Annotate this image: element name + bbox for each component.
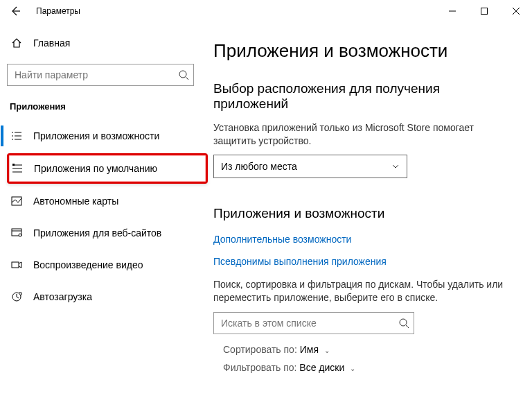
website-icon [10, 227, 24, 239]
nav-label: Приложения по умолчанию [34, 163, 157, 174]
svg-rect-2 [481, 8, 488, 15]
search-icon [178, 69, 189, 80]
nav-apps-features[interactable]: Приложения и возможности [7, 121, 208, 150]
titlebar: Параметры [0, 0, 532, 22]
minimize-icon [449, 8, 456, 15]
back-button[interactable] [6, 1, 25, 21]
apps-section-heading: Приложения и возможности [213, 206, 518, 221]
defaults-icon [10, 163, 24, 174]
home-icon [10, 37, 24, 49]
nav-label: Автономные карты [33, 196, 118, 207]
minimize-button[interactable] [436, 0, 468, 22]
filter-label: Фильтровать по: [223, 362, 296, 373]
svg-rect-16 [12, 164, 15, 166]
svg-point-25 [400, 319, 407, 326]
apps-search-box[interactable] [213, 312, 414, 334]
apps-search-input[interactable] [221, 318, 398, 329]
close-icon [513, 8, 520, 15]
install-source-heading: Выбор расположения для получения приложе… [213, 81, 518, 112]
page-title: Приложения и возможности [213, 40, 518, 62]
section-label: Приложения [7, 98, 208, 121]
nav-web-apps[interactable]: Приложения для веб-сайтов [7, 218, 208, 248]
list-icon [10, 130, 24, 141]
svg-rect-21 [12, 262, 19, 268]
sort-label: Сортировать по: [223, 344, 297, 355]
video-icon [10, 259, 24, 270]
maximize-button[interactable] [468, 0, 500, 22]
filter-by-control[interactable]: Фильтровать по: Все диски ⌄ [213, 361, 518, 379]
close-button[interactable] [500, 0, 532, 22]
nav-label: Воспроизведение видео [33, 259, 143, 270]
nav-startup[interactable]: Автозагрузка [7, 282, 208, 311]
nav-label: Приложения для веб-сайтов [33, 227, 161, 239]
search-input[interactable] [15, 69, 178, 80]
sort-by-control[interactable]: Сортировать по: Имя ⌄ [213, 343, 518, 361]
execution-aliases-link[interactable]: Псевдонимы выполнения приложения [213, 256, 518, 267]
svg-line-6 [186, 77, 188, 80]
chevron-down-icon [391, 162, 400, 171]
nav-offline-maps[interactable]: Автономные карты [7, 187, 208, 216]
install-source-dropdown[interactable]: Из любого места [213, 155, 407, 178]
arrow-left-icon [10, 6, 21, 17]
map-icon [10, 196, 24, 207]
svg-line-24 [17, 297, 19, 298]
maximize-icon [481, 8, 488, 15]
nav-label: Автозагрузка [33, 291, 92, 302]
home-link[interactable]: Главная [7, 29, 208, 57]
startup-icon [10, 291, 24, 302]
search-box[interactable] [7, 64, 194, 86]
window-title: Параметры [36, 6, 80, 16]
apps-section-desc: Поиск, сортировка и фильтрация по дискам… [213, 278, 518, 305]
content-pane: Приложения и возможности Выбор расположе… [208, 22, 532, 398]
dropdown-value: Из любого места [221, 161, 297, 172]
nav-video-playback[interactable]: Воспроизведение видео [7, 250, 208, 279]
nav-list: Приложения и возможности Приложения по у… [7, 121, 208, 314]
search-icon [398, 318, 409, 329]
svg-point-5 [179, 71, 186, 78]
optional-features-link[interactable]: Дополнительные возможности [213, 234, 518, 245]
sort-value: Имя [300, 344, 319, 355]
svg-point-20 [19, 234, 21, 236]
filter-value: Все диски [299, 362, 344, 373]
sidebar: Главная Приложения Приложения и возможно… [0, 22, 208, 398]
chevron-down-icon: ⌄ [350, 365, 355, 372]
svg-line-26 [406, 325, 409, 328]
install-source-desc: Установка приложений только из Microsoft… [213, 121, 518, 148]
nav-default-apps[interactable]: Приложения по умолчанию [7, 153, 208, 184]
home-label: Главная [33, 37, 70, 49]
chevron-down-icon: ⌄ [324, 347, 330, 354]
nav-label: Приложения и возможности [33, 130, 159, 141]
